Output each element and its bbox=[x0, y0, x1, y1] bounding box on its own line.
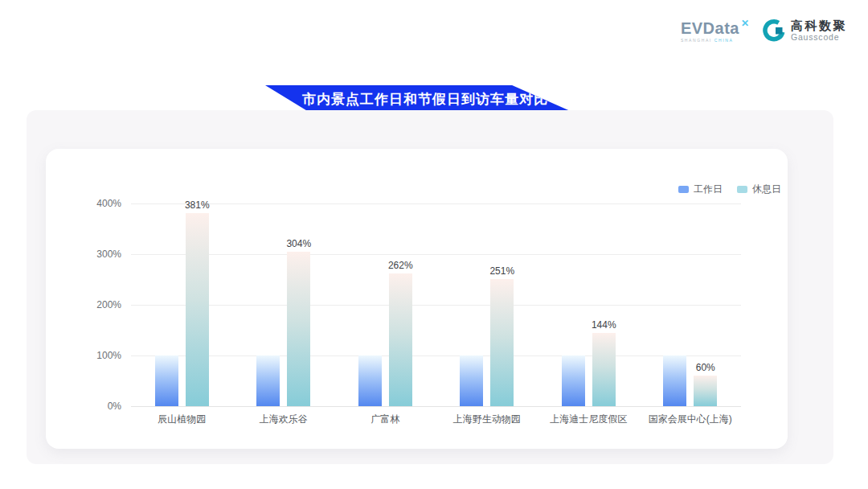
bar-restday[interactable]: 381% bbox=[186, 213, 209, 406]
bar-workday[interactable] bbox=[562, 355, 585, 406]
y-tick-label: 300% bbox=[73, 249, 121, 260]
gausscode-logo-en: Gausscode bbox=[791, 32, 847, 43]
evdata-logo-wordmark: EVData ✕ bbox=[681, 20, 749, 36]
legend-item-restday[interactable]: 休息日 bbox=[737, 183, 781, 196]
page-title: 市内景点工作日和节假日到访车量对比 bbox=[291, 90, 548, 109]
bar-workday[interactable] bbox=[358, 355, 382, 406]
gausscode-logo-cn: 高科数聚 bbox=[791, 18, 847, 32]
legend-label-workday: 工作日 bbox=[694, 183, 723, 196]
category-label: 辰山植物园 bbox=[123, 413, 241, 426]
category-label: 上海迪士尼度假区 bbox=[530, 413, 648, 426]
bar-restday[interactable]: 144% bbox=[592, 333, 616, 406]
bar-group: 60%国家会展中心(上海) bbox=[640, 203, 742, 406]
bar-group: 262%广富林 bbox=[334, 203, 436, 406]
title-banner: 市内景点工作日和节假日到访车量对比 bbox=[265, 85, 574, 113]
bar-group: 251%上海野生动物园 bbox=[436, 203, 538, 406]
evdata-logo: EVData ✕ SHANGHAI CHINA bbox=[681, 18, 749, 43]
bar-restday[interactable]: 304% bbox=[287, 252, 310, 406]
evdata-logo-text: EVData bbox=[681, 20, 739, 36]
page: EVData ✕ SHANGHAI CHINA 高科数聚 Gausscode 市… bbox=[0, 0, 868, 489]
bar-value-label: 251% bbox=[489, 265, 514, 277]
bar-group: 304%上海欢乐谷 bbox=[233, 203, 335, 406]
bar-value-label: 381% bbox=[185, 199, 210, 211]
category-label: 国家会展中心(上海) bbox=[632, 413, 750, 426]
legend-swatch-restday bbox=[737, 186, 747, 193]
y-tick-label: 0% bbox=[73, 401, 121, 412]
bar-restday[interactable]: 60% bbox=[694, 376, 717, 406]
chart-panel: 工作日 休息日 0%100%200%300%400%381%辰山植物园304%上… bbox=[27, 110, 833, 464]
chart-card: 工作日 休息日 0%100%200%300%400%381%辰山植物园304%上… bbox=[46, 149, 788, 449]
bar-value-label: 262% bbox=[388, 260, 413, 271]
legend-label-restday: 休息日 bbox=[752, 183, 781, 196]
bar-value-label: 304% bbox=[286, 238, 311, 249]
category-label: 上海野生动物园 bbox=[428, 413, 547, 426]
legend-item-workday[interactable]: 工作日 bbox=[678, 183, 723, 196]
legend-swatch-workday bbox=[678, 186, 689, 193]
y-tick-label: 200% bbox=[73, 299, 121, 310]
bar-workday[interactable] bbox=[155, 355, 178, 406]
category-label: 上海欢乐谷 bbox=[225, 413, 343, 426]
gausscode-logo-textblock: 高科数聚 Gausscode bbox=[791, 18, 847, 43]
bar-workday[interactable] bbox=[256, 355, 280, 406]
y-tick-label: 100% bbox=[73, 350, 121, 361]
gausscode-logo: 高科数聚 Gausscode bbox=[762, 18, 847, 43]
evdata-logo-subtext: SHANGHAI CHINA bbox=[681, 38, 733, 43]
evdata-subtext-shanghai: SHANGHAI bbox=[681, 38, 712, 43]
bar-value-label: 144% bbox=[592, 319, 616, 331]
evdata-x-icon: ✕ bbox=[741, 15, 749, 31]
bar-workday[interactable] bbox=[663, 355, 686, 406]
gridline bbox=[131, 406, 741, 407]
bar-workday[interactable] bbox=[460, 355, 483, 406]
bar-group: 144%上海迪士尼度假区 bbox=[538, 203, 640, 406]
bar-group: 381%辰山植物园 bbox=[131, 203, 233, 406]
plot-area: 0%100%200%300%400%381%辰山植物园304%上海欢乐谷262%… bbox=[131, 203, 741, 406]
header-logos: EVData ✕ SHANGHAI CHINA 高科数聚 Gausscode bbox=[681, 18, 847, 43]
gausscode-g-icon bbox=[762, 18, 786, 43]
bar-restday[interactable]: 251% bbox=[490, 279, 514, 406]
chart-legend: 工作日 休息日 bbox=[678, 183, 781, 196]
evdata-subtext-china: CHINA bbox=[714, 38, 734, 43]
bar-value-label: 60% bbox=[696, 362, 715, 373]
bar-restday[interactable]: 262% bbox=[389, 273, 412, 406]
category-label: 广富林 bbox=[326, 413, 444, 426]
y-tick-label: 400% bbox=[73, 198, 121, 209]
